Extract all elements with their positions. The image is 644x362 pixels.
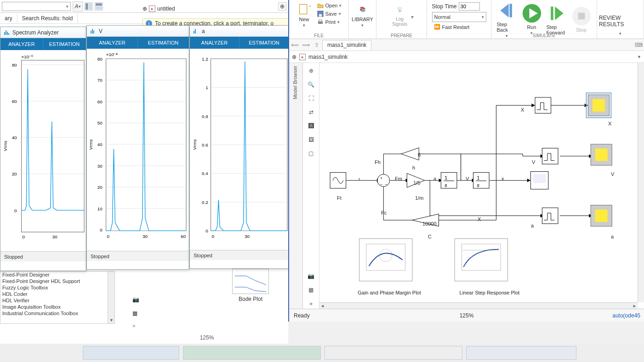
tree-item[interactable]: HDL Coder — [0, 291, 114, 297]
estimation-tab[interactable]: ESTIMATION — [138, 37, 189, 49]
more-tool[interactable]: » — [306, 299, 316, 309]
tree-item[interactable]: Fixed-Point Designer HDL Support — [0, 278, 114, 284]
library-button[interactable]: 📚LIBRARY▾ — [353, 1, 373, 28]
review-results-label[interactable]: REVIEW RESULTS — [599, 15, 642, 28]
canvas-hscroll[interactable]: ◄► — [319, 302, 638, 309]
svg-text:30: 30 — [245, 234, 250, 239]
new-button[interactable]: ＋ New▾ — [294, 1, 314, 28]
library-tab[interactable]: ary — [0, 13, 17, 23]
nav-up-button[interactable]: ⇧ — [311, 40, 322, 51]
svg-text:40: 40 — [12, 135, 17, 140]
out-x: X — [608, 121, 611, 126]
taskbar-thumb[interactable] — [466, 346, 576, 360]
spectrum-icon — [193, 28, 199, 34]
box-tool[interactable]: ▢ — [306, 148, 316, 158]
taskbar-thumb[interactable] — [325, 346, 462, 360]
target-icon[interactable]: ⊕ — [292, 54, 296, 60]
taskbar-thumb[interactable] — [83, 346, 179, 360]
stop-time-input[interactable] — [459, 2, 480, 11]
tree-item[interactable]: Fixed-Point Designer — [0, 272, 114, 278]
svg-marker-102 — [527, 179, 531, 182]
zoom-tool[interactable]: 🔍 — [306, 79, 316, 90]
taskbar-thumb[interactable] — [183, 346, 321, 360]
svg-text:60: 60 — [12, 99, 17, 104]
tree-item[interactable]: Image Acquisition Toolbox — [0, 304, 114, 310]
expand-icon[interactable]: » — [132, 322, 136, 329]
keyboard-icon[interactable]: ⌨ — [633, 40, 644, 51]
tree-item[interactable]: Industrial Communication Toolbox — [0, 310, 114, 317]
model-browser-panel[interactable]: Model Browser — [289, 63, 303, 309]
font-style-button[interactable]: A▾ — [73, 1, 83, 11]
bode-label: Bode Plot — [216, 296, 285, 302]
block-search-combo[interactable]: ▾ — [2, 2, 71, 11]
status-solver[interactable]: auto(ode45 — [612, 312, 644, 319]
canvas-vscroll[interactable] — [638, 63, 644, 302]
fit-tool[interactable]: ⛶ — [306, 93, 316, 103]
analyzer-tab[interactable]: ANALYZER — [0, 38, 43, 50]
spectrum-plot-a[interactable]: 1.2 1 0.8 0.6 0.4 0.2 0 030 Vrms — [190, 49, 289, 250]
nav-back-button[interactable]: ⟸ — [289, 40, 300, 51]
annotation-tool[interactable]: 🅰 — [306, 121, 316, 131]
arrows-tool[interactable]: ⇄ — [306, 107, 316, 117]
lbl-fc: Fc — [381, 210, 387, 215]
camera-tool[interactable]: 📷 — [306, 271, 316, 281]
print-button[interactable]: Print▾ — [315, 18, 344, 26]
status-zoom[interactable]: 125% — [460, 312, 474, 319]
stop-button: Stop — [571, 4, 592, 33]
model-canvas[interactable]: +−− 1s 1s — [319, 63, 638, 302]
svg-text:1.2: 1.2 — [202, 57, 208, 62]
untitled-tab[interactable]: untitled — [157, 6, 175, 12]
model-icon: ▸ — [149, 6, 155, 12]
simulate-group-label: SIMULATE — [491, 33, 597, 38]
sim-mode-select[interactable]: Normal▾ — [432, 12, 486, 22]
svg-text:Vrms: Vrms — [88, 139, 93, 150]
svg-rect-80 — [551, 6, 553, 20]
panel-icon[interactable]: ▦ — [132, 310, 137, 317]
step-forward-button[interactable]: Step Forward — [547, 1, 567, 35]
panel-tool[interactable]: ▦ — [306, 285, 316, 295]
prepare-expand[interactable]: ▾ — [411, 14, 414, 20]
image-tool[interactable]: 🖼 — [306, 135, 316, 145]
model-tab[interactable]: mass1_simulink — [322, 40, 371, 50]
run-button[interactable]: Run▾ — [522, 1, 542, 35]
svg-rect-25 — [93, 30, 94, 34]
spectrum-icon — [90, 28, 96, 34]
nav-fwd-button[interactable]: ⟹ — [300, 40, 311, 51]
estimation-tab[interactable]: ESTIMATION — [239, 37, 289, 49]
svg-rect-14 — [22, 60, 85, 232]
library-tree[interactable]: Fixed-Point Designer Fixed-Point Designe… — [0, 271, 115, 324]
analyzer-tab[interactable]: ANALYZER — [190, 37, 239, 49]
svg-marker-117 — [401, 148, 419, 160]
path-dropdown[interactable]: ▼ — [637, 55, 641, 59]
spectrum-plot-v[interactable]: ×10⁻⁴ 80 70 60 50 40 30 20 10 0 03060 Vr… — [87, 49, 189, 251]
svg-text:40: 40 — [97, 142, 103, 147]
layout-1-button[interactable] — [85, 2, 93, 11]
svg-text:0: 0 — [100, 227, 103, 232]
layout-2-button[interactable] — [95, 2, 103, 11]
spectrum-plot-x[interactable]: ×10⁻⁶ 80 60 40 20 0 030 Vrms — [0, 50, 86, 251]
svg-rect-126 — [595, 148, 608, 161]
fast-restart-button[interactable]: ⏩Fast Restart — [432, 23, 486, 30]
svg-text:0.8: 0.8 — [202, 114, 208, 119]
tree-item[interactable]: HDL Verifier — [0, 297, 114, 304]
svg-text:0: 0 — [14, 208, 17, 213]
review-expand[interactable]: ▾ — [619, 31, 621, 36]
bode-plot-block[interactable]: Bode Plot — [216, 269, 285, 302]
svg-text:30: 30 — [97, 164, 103, 169]
search-results-tab[interactable]: Search Results: hold — [17, 13, 78, 23]
svg-rect-4 — [4, 32, 5, 35]
open-button[interactable]: Open▾ — [315, 2, 344, 9]
save-button[interactable]: Save▾ — [315, 10, 344, 17]
tree-scrollbar[interactable] — [108, 272, 114, 323]
snapshot-icon[interactable]: 📷 — [132, 296, 139, 303]
estimation-tab[interactable]: ESTIMATION — [43, 38, 86, 50]
svg-rect-2 — [96, 3, 102, 6]
model-path[interactable]: mass1_simulink — [308, 54, 348, 60]
step-back-button[interactable]: Step Back▾ — [497, 0, 517, 38]
tree-item[interactable]: Fuzzy Logic Toolbox — [0, 284, 114, 291]
svg-text:20: 20 — [97, 185, 103, 190]
svg-rect-129 — [595, 209, 608, 222]
target-tool[interactable]: ⊕ — [306, 66, 316, 76]
target-button[interactable]: ⊕ — [278, 2, 286, 11]
analyzer-tab[interactable]: ANALYZER — [87, 37, 138, 49]
